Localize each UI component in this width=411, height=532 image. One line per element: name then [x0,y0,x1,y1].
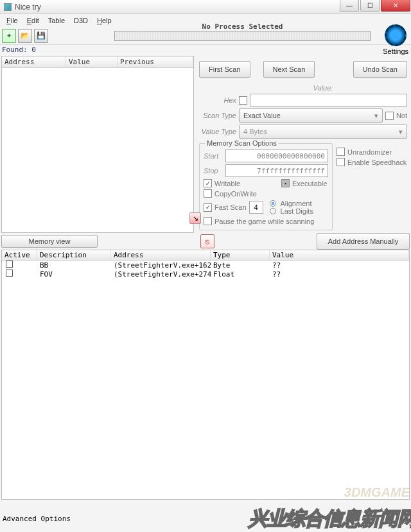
alignment-label: Alignment [281,200,312,207]
open-file-button[interactable]: 📂 [18,29,32,43]
active-checkbox[interactable] [6,261,13,268]
lastdigits-label: Last Digits [281,207,313,215]
writable-label: Writable [214,180,279,187]
col-active[interactable]: Active [2,250,37,260]
toolbar: ⌖ 📂 💾 No Process Selected [0,27,411,45]
open-process-button[interactable]: ⌖ [2,29,16,43]
executable-label: Executable [292,180,327,187]
valuetype-label: Value Type [199,128,236,135]
scan-panel: First Scan Next Scan Undo Scan Value: He… [195,55,411,234]
fastscan-label: Fast Scan [214,203,247,211]
menu-edit[interactable]: Edit [23,15,43,26]
fastscan-checkbox[interactable]: ✓ [204,203,212,212]
clear-icon[interactable]: ⦸ [200,234,214,248]
not-label: Not [396,112,407,119]
scantype-select[interactable]: Exact Value [239,108,383,123]
table-row[interactable]: FOV (StreetFighterV.exe+274B9C0) Float ?… [2,270,409,279]
expand-icon[interactable]: ↘ [189,212,201,224]
minimize-button[interactable]: — [340,0,359,12]
watermark-logo: 3DMGAME [344,485,410,500]
stop-input[interactable] [225,164,328,177]
fastscan-input[interactable] [249,201,263,214]
pause-label: Pause the game while scanning [214,218,314,225]
valuetype-select[interactable]: 4 Bytes [239,124,407,139]
start-input[interactable] [225,150,328,162]
speedhack-checkbox[interactable] [337,158,345,166]
memopts-title: Memory Scan Options [205,139,279,147]
menu-help[interactable]: Help [93,15,116,26]
gear-icon [385,24,407,46]
col-address2[interactable]: Address [111,250,211,260]
start-label: Start [204,152,223,160]
col-value[interactable]: Value [66,56,118,67]
lastdigits-radio[interactable] [270,208,276,214]
hex-checkbox[interactable] [239,96,247,105]
not-checkbox[interactable] [385,112,394,120]
col-description[interactable]: Description [37,250,111,260]
writable-checkbox[interactable]: ✓ [204,179,212,187]
add-address-button[interactable]: Add Address Manually [317,233,410,250]
copyonwrite-checkbox[interactable] [204,189,212,198]
save-button[interactable]: 💾 [34,29,48,43]
col-address[interactable]: Address [2,56,66,67]
process-label: No Process Selected [202,22,283,31]
hex-label: Hex [199,96,236,104]
maximize-button[interactable]: ☐ [360,0,380,12]
menu-d3d[interactable]: D3D [70,15,92,26]
undo-scan-button[interactable]: Undo Scan [353,61,407,78]
first-scan-button[interactable]: First Scan [199,61,250,78]
pause-checkbox[interactable] [204,217,212,225]
menu-file[interactable]: File [3,15,22,26]
results-headers: Address Value Previous [2,56,193,68]
unrandomizer-checkbox[interactable] [337,148,345,156]
menu-table[interactable]: Table [44,15,69,26]
value-input[interactable] [250,94,407,107]
alignment-radio[interactable] [270,200,276,207]
value-label: Value: [239,84,407,92]
col-value2[interactable]: Value [270,250,409,260]
settings-button[interactable]: Settings [383,24,408,55]
memory-view-button[interactable]: Memory view [1,235,98,248]
stop-label: Stop [204,167,223,175]
col-type[interactable]: Type [211,250,270,260]
table-row[interactable]: BB (StreetFighterV.exe+162556a) Byte ?? [2,261,409,270]
speedhack-label: Enable Speedhack [347,159,407,166]
app-icon [4,3,12,11]
unrandomizer-label: Unrandomizer [347,148,392,156]
window-title: Nice try [15,3,339,12]
close-button[interactable]: ✕ [381,0,410,12]
executable-checkbox[interactable]: ▪ [281,179,290,187]
address-table[interactable]: Active Description Address Type Value BB… [1,250,410,500]
col-previous[interactable]: Previous [118,56,193,67]
results-list[interactable]: Address Value Previous [1,56,194,233]
found-count: Found: 0 [0,45,411,55]
watermark-text: 兴业综合信息新闻网 [249,506,411,532]
copyonwrite-label: CopyOnWrite [214,190,257,198]
advanced-options[interactable]: Advanced Options [3,515,71,523]
process-bar: No Process Selected [114,31,371,41]
active-checkbox[interactable] [6,270,13,277]
scantype-label: Scan Type [199,112,236,119]
next-scan-button[interactable]: Next Scan [263,61,315,78]
titlebar: Nice try — ☐ ✕ [0,0,411,14]
